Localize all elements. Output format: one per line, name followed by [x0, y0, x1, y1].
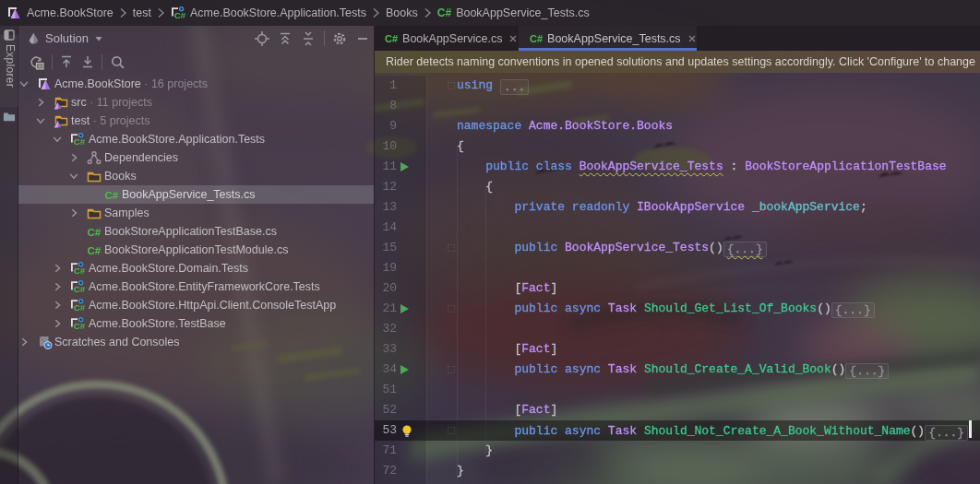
svg-text:C#: C# — [174, 10, 185, 20]
